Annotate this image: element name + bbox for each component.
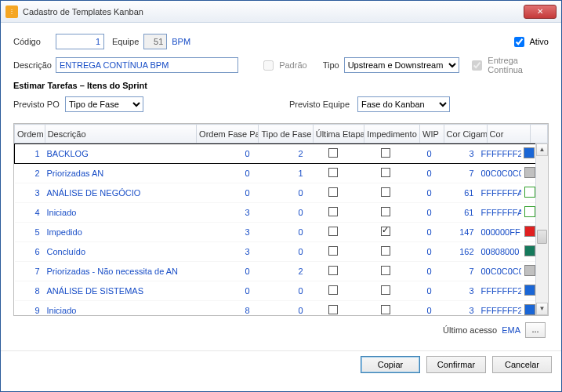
th-ordem-fase-pai[interactable]: Ordem Fase Pai	[197, 125, 259, 143]
checkbox-icon[interactable]	[328, 207, 338, 216]
checkbox-icon[interactable]	[381, 168, 390, 177]
th-cor-cigam[interactable]: Cor Cigam	[444, 125, 487, 143]
color-swatch[interactable]	[524, 265, 535, 276]
cell-swatch[interactable]	[521, 301, 536, 316]
cell-ultima-etapa[interactable]	[308, 144, 358, 164]
padrao-checkbox[interactable]: Padrão	[260, 58, 306, 73]
checkbox-icon[interactable]	[381, 227, 390, 236]
cell-swatch[interactable]	[521, 262, 536, 281]
previsto-po-select[interactable]: Tipo de Fase	[65, 96, 143, 112]
checkbox-icon[interactable]	[381, 187, 390, 197]
table-row[interactable]: 5Impedido300147000000FF	[15, 223, 536, 242]
th-ordem[interactable]: Ordem	[15, 125, 45, 143]
cell-swatch[interactable]	[521, 242, 536, 262]
cell-ultima-etapa[interactable]	[308, 203, 358, 223]
table-row[interactable]: 2Priorizadas AN010700C0C0C0	[15, 164, 536, 183]
confirmar-button[interactable]: Confirmar	[426, 356, 486, 373]
checkbox-icon[interactable]	[381, 305, 390, 314]
color-swatch[interactable]	[524, 206, 535, 217]
ultimo-acesso-value[interactable]: EMA	[502, 325, 520, 335]
checkbox-icon[interactable]	[381, 285, 390, 295]
ativo-checkbox[interactable]: Ativo	[511, 34, 549, 49]
table-row[interactable]: 3ANÁLISE DE NEGÓCIO00061FFFFFFFA	[15, 183, 536, 203]
more-button[interactable]: ...	[525, 322, 546, 338]
table-row[interactable]: 4Iniciado30061FFFFFFFA	[15, 203, 536, 223]
cell-impedimento[interactable]	[358, 164, 413, 183]
cell-impedimento[interactable]	[358, 281, 413, 301]
color-swatch[interactable]	[524, 245, 535, 256]
table-row[interactable]: 6Concluído30016200808000	[15, 242, 536, 262]
checkbox-icon[interactable]	[381, 148, 390, 158]
ativo-checkbox-input[interactable]	[514, 37, 524, 47]
cell-swatch[interactable]	[521, 144, 536, 164]
checkbox-icon[interactable]	[328, 168, 338, 177]
previsto-equipe-select[interactable]: Fase do Kanban	[357, 96, 450, 112]
cell-wip: 0	[413, 242, 437, 262]
table-row[interactable]: 7Priorizadas - Não necessita de AN020700…	[15, 262, 536, 281]
copiar-button[interactable]: Copiar	[361, 356, 420, 373]
checkbox-icon[interactable]	[328, 148, 338, 158]
scroll-down-arrow[interactable]: ▼	[536, 303, 548, 315]
th-impedimento[interactable]: Impedimento	[364, 125, 419, 143]
cell-ultima-etapa[interactable]	[308, 183, 358, 203]
titlebar: ⋮ Cadastro de Templates Kanban ✕	[1, 1, 561, 23]
checkbox-icon[interactable]	[381, 207, 390, 216]
scroll-up-arrow[interactable]: ▲	[536, 143, 548, 156]
cell-ultima-etapa[interactable]	[308, 281, 358, 301]
checkbox-icon[interactable]	[328, 305, 338, 314]
checkbox-icon[interactable]	[381, 246, 390, 256]
th-tipo-fase[interactable]: Tipo de Fase	[259, 125, 313, 143]
equipe-input[interactable]	[143, 34, 167, 49]
table-row[interactable]: 1BACKLOG0203FFFFFFF2	[15, 144, 536, 164]
color-swatch[interactable]	[524, 187, 535, 198]
table-row[interactable]: 9Iniciado8003FFFFFFF2	[15, 301, 536, 316]
color-swatch[interactable]	[524, 147, 535, 158]
cell-impedimento[interactable]	[358, 203, 413, 223]
vertical-scrollbar[interactable]: ▲ ▼	[535, 143, 548, 315]
color-swatch[interactable]	[524, 167, 535, 178]
scroll-thumb[interactable]	[537, 230, 547, 244]
cell-swatch[interactable]	[521, 203, 536, 223]
cell-cor-hex: FFFFFFF2	[479, 281, 521, 301]
cell-swatch[interactable]	[521, 281, 536, 301]
cell-swatch[interactable]	[521, 223, 536, 242]
tipo-select[interactable]: Upstream e Downstream	[344, 57, 460, 73]
th-descricao[interactable]: Descrição	[45, 125, 196, 143]
cell-impedimento[interactable]	[358, 223, 413, 242]
checkbox-icon[interactable]	[328, 187, 338, 197]
cell-impedimento[interactable]	[358, 144, 413, 164]
checkbox-icon[interactable]	[328, 246, 338, 256]
cell-descricao: Impedido	[45, 223, 194, 242]
th-wip[interactable]: WIP	[420, 125, 444, 143]
cell-swatch[interactable]	[521, 164, 536, 183]
color-swatch[interactable]	[524, 304, 535, 315]
checkbox-icon[interactable]	[328, 227, 338, 236]
cell-swatch[interactable]	[521, 183, 536, 203]
cell-impedimento[interactable]	[358, 262, 413, 281]
cell-ultima-etapa[interactable]	[308, 223, 358, 242]
codigo-input[interactable]	[56, 34, 104, 49]
descricao-input[interactable]	[56, 57, 238, 73]
cell-ultima-etapa[interactable]	[308, 242, 358, 262]
close-button[interactable]: ✕	[524, 5, 557, 19]
color-swatch[interactable]	[524, 226, 535, 237]
cell-ultima-etapa[interactable]	[308, 164, 358, 183]
checkbox-icon[interactable]	[328, 266, 338, 275]
previsto-po-label: Previsto PO	[13, 100, 60, 109]
cell-impedimento[interactable]	[358, 301, 413, 316]
cell-impedimento[interactable]	[358, 242, 413, 262]
color-swatch[interactable]	[524, 285, 535, 296]
padrao-checkbox-input	[263, 60, 274, 71]
cell-ultima-etapa[interactable]	[308, 262, 358, 281]
th-ultima-etapa[interactable]: Última Etapa	[313, 125, 364, 143]
th-cor[interactable]: Cor	[487, 125, 530, 143]
cell-ultima-etapa[interactable]	[308, 301, 358, 316]
cancelar-button[interactable]: Cancelar	[492, 356, 552, 373]
checkbox-icon[interactable]	[381, 266, 390, 275]
cell-tipo-fase: 1	[255, 164, 308, 183]
cell-impedimento[interactable]	[358, 183, 413, 203]
table-row[interactable]: 8ANÁLISE DE SISTEMAS0003FFFFFFF2	[15, 281, 536, 301]
cell-descricao: ANÁLISE DE SISTEMAS	[45, 281, 194, 301]
checkbox-icon[interactable]	[328, 285, 338, 295]
equipe-link[interactable]: BPM	[172, 37, 190, 46]
